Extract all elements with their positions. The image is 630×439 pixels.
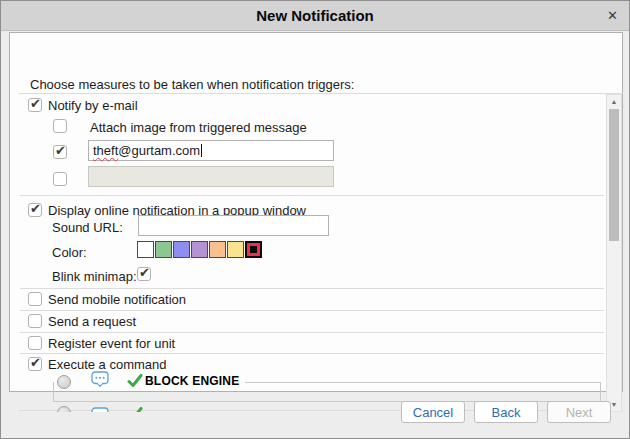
separator [20, 332, 604, 333]
register-event-checkbox[interactable] [28, 336, 42, 350]
color-swatch[interactable] [227, 241, 244, 258]
notify-email-label: Notify by e-mail [48, 98, 138, 113]
clipped-row [91, 406, 109, 412]
attach-image-label: Attach image from triggered message [90, 120, 307, 135]
separator [20, 310, 604, 311]
color-swatch[interactable] [155, 241, 172, 258]
scrollbar[interactable]: ▲ ▼ [606, 94, 622, 412]
notify-email-checkbox[interactable] [28, 98, 42, 112]
command-radio[interactable] [57, 406, 71, 412]
color-swatch[interactable] [209, 241, 226, 258]
measures-list: Notify by e-mail Attach image from trigg… [19, 93, 623, 411]
dialog-titlebar: New Notification ✕ [1, 1, 629, 31]
register-event-label: Register event for unit [48, 336, 175, 351]
email1-misspelled-text: theft [93, 143, 118, 158]
dialog-title: New Notification [1, 7, 629, 24]
execute-command-checkbox[interactable] [28, 357, 42, 371]
color-label: Color: [52, 245, 87, 260]
separator [20, 288, 604, 289]
scrollbar-thumb[interactable] [609, 109, 619, 241]
footer-buttons: Cancel Back Next [401, 401, 611, 423]
cancel-button[interactable]: Cancel [401, 401, 465, 423]
email2-checkbox[interactable] [53, 172, 67, 186]
email2-input-disabled [88, 166, 334, 187]
color-swatch[interactable] [191, 241, 208, 258]
email1-rest-text: @gurtam.com [118, 143, 200, 158]
close-icon[interactable]: ✕ [607, 8, 618, 23]
blink-minimap-checkbox[interactable] [137, 267, 151, 281]
email1-input[interactable]: theft@gurtam.com [88, 140, 334, 161]
command-message-bubble-icon [91, 406, 109, 412]
clipped-row [127, 407, 143, 412]
new-notification-dialog: New Notification ✕ Choose measures to be… [0, 0, 630, 439]
attach-image-checkbox[interactable] [53, 119, 67, 133]
command-params-box [53, 382, 601, 402]
intro-text: Choose measures to be taken when notific… [30, 77, 354, 92]
popup-checkbox[interactable] [28, 203, 42, 217]
send-request-label: Send a request [48, 314, 136, 329]
color-swatch[interactable] [173, 241, 190, 258]
back-button[interactable]: Back [474, 401, 538, 423]
email1-checkbox[interactable] [53, 145, 67, 159]
sound-url-input[interactable] [138, 215, 329, 236]
scroll-up-icon[interactable]: ▲ [607, 98, 621, 105]
color-swatch-selected[interactable] [245, 241, 262, 258]
separator [20, 195, 604, 196]
clipped-row [57, 406, 73, 412]
text-caret [201, 144, 202, 157]
send-request-checkbox[interactable] [28, 314, 42, 328]
mobile-notification-checkbox[interactable] [28, 292, 42, 306]
content-panel: Choose measures to be taken when notific… [9, 32, 623, 392]
separator [20, 353, 604, 354]
blink-minimap-label: Blink minimap: [52, 269, 137, 284]
mobile-notification-label: Send mobile notification [48, 292, 186, 307]
color-swatch-row [137, 241, 262, 258]
sound-url-label: Sound URL: [52, 220, 123, 235]
color-swatch[interactable] [137, 241, 154, 258]
command-available-check-icon [127, 407, 143, 412]
next-button: Next [547, 401, 611, 423]
